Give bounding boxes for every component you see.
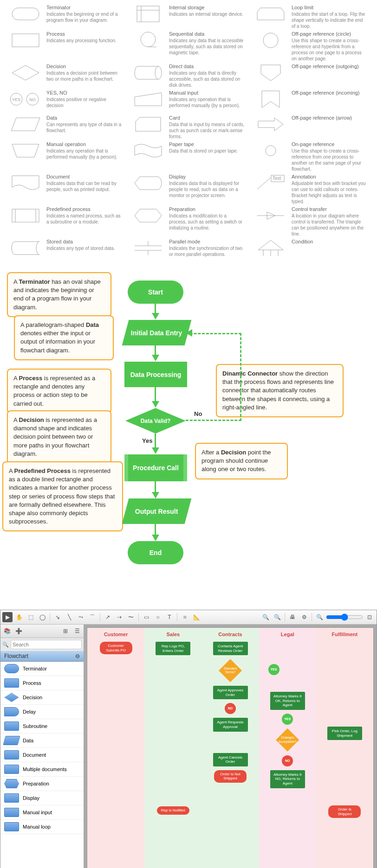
stencil-process[interactable]: Process	[0, 676, 84, 690]
svg-point-5	[141, 32, 156, 47]
arrow-tool-icon[interactable]: ↗	[103, 612, 113, 622]
node-standard-terms[interactable]: Standard Terms?	[219, 659, 242, 682]
shape-manual-operation: Manual operationIndicates any operation …	[9, 141, 123, 172]
connector-tool-icon[interactable]: ↘	[52, 612, 63, 622]
stencil-document[interactable]: Document	[0, 748, 84, 762]
node-agent-requests[interactable]: Agent Requests Approval	[213, 718, 248, 731]
callout-after-decision: After a Decision point the program shoul…	[195, 443, 288, 479]
shape-internal-storage: Internal storageIndicates an internal st…	[132, 5, 245, 29]
stencil-preparation[interactable]: Preparation	[0, 777, 84, 791]
hand-tool-icon[interactable]: ✋	[14, 612, 24, 622]
display-icon	[132, 174, 164, 192]
fit-icon[interactable]: ⊡	[364, 612, 375, 622]
stencil-terminator[interactable]: Terminator	[0, 662, 84, 676]
parallel-mode-icon	[132, 239, 164, 257]
callout-data: A parallelogram-shaped Data denotes eith…	[14, 315, 114, 360]
add-library-icon[interactable]: ➕	[13, 626, 24, 636]
node-shipped[interactable]: Order Is Shipped	[328, 805, 361, 818]
yes-no-icon: YESNO	[9, 90, 42, 108]
measure-tool-icon[interactable]: 📐	[191, 612, 202, 622]
arc-tool-icon[interactable]: ⌒	[87, 612, 98, 622]
text-tool-icon[interactable]: T	[164, 612, 175, 622]
shape-process: ProcessIndicates any processing function…	[9, 31, 123, 62]
app-window: ▶ ✋ ⬚ ◯ ↘ ╲ ⤳ ⌒ ↗ ⇢ 〜 ▭ ○ T ⌗ 📐 🔍 🔍 🖶 ⚙ …	[0, 610, 377, 868]
svg-text:YES: YES	[12, 97, 20, 102]
print-icon[interactable]: 🖶	[287, 612, 298, 622]
zoom-in-icon[interactable]: 🔍	[260, 612, 271, 622]
node-no-2[interactable]: NO	[282, 755, 293, 766]
stencil-search-input[interactable]	[11, 640, 82, 649]
node-not-shipped[interactable]: Order Is Not Shipped	[214, 770, 247, 783]
search-icon: 🔍	[2, 642, 9, 648]
shape-preparation: PreparationIndicates a modification to a…	[132, 206, 245, 237]
ellipse-tool-icon[interactable]: ○	[153, 612, 163, 622]
panel-header[interactable]: Flowchart ⊖	[0, 651, 84, 662]
node-contacts-agent[interactable]: Contacts Agent Reviews Order	[213, 642, 248, 655]
shape-sequential-data: Sequential dataIndicates any data that i…	[132, 31, 245, 62]
zoom-slider[interactable]	[326, 613, 363, 621]
svg-line-13	[257, 178, 271, 189]
stencil-manual-loop[interactable]: Manual loop	[0, 820, 84, 834]
collapse-icon[interactable]: ⊖	[75, 653, 80, 659]
stencil-delay[interactable]: Delay	[0, 705, 84, 719]
stencil-decision[interactable]: Decision	[0, 690, 84, 705]
shape-offpage-circle: Off-page reference (circle)Use this shap…	[254, 31, 368, 62]
node-changes[interactable]: Changes Acceptable?	[276, 728, 299, 752]
node-customer-submits[interactable]: Customer Submits PO	[100, 642, 132, 654]
curve-tool-icon[interactable]: ⤳	[76, 612, 86, 622]
node-agent-approves[interactable]: Agent Approves Order	[213, 686, 248, 699]
select-tool-icon[interactable]: ⬚	[26, 612, 36, 622]
list-view-icon[interactable]: ☰	[72, 626, 82, 636]
stencil-subroutine[interactable]: Subroutine	[0, 719, 84, 734]
node-attorney-ok[interactable]: Attorney Marks It OK, Returns to Agent	[270, 692, 305, 710]
canvas-area: Customer Customer Submits PO Sales Rep L…	[84, 625, 377, 868]
lane-sales: Sales Rep Logs PO, Enters Order Rep is N…	[144, 628, 202, 868]
loop-limit-icon	[254, 5, 287, 23]
smart-connector-icon[interactable]: ⇢	[114, 612, 124, 622]
settings-icon[interactable]: ⚙	[299, 612, 309, 622]
shape-direct-data: Direct dataIndicates any data that is di…	[132, 64, 245, 88]
node-no-1[interactable]: NO	[225, 703, 236, 714]
shapes-reference-grid: TerminatorIndicates the beginning or end…	[0, 0, 377, 267]
line-tool-icon[interactable]: ╲	[64, 612, 74, 622]
node-rep-notified[interactable]: Rep is Notified	[157, 806, 189, 815]
rect-tool-icon[interactable]: ▭	[141, 612, 151, 622]
drawing-canvas[interactable]: Customer Customer Submits PO Sales Rep L…	[87, 627, 374, 868]
stencil-multiple-documents[interactable]: Multiple documents	[0, 762, 84, 777]
node-attorney-ng[interactable]: Attorney Marks It NG, Returns to Agent	[270, 770, 305, 788]
data-icon	[9, 115, 42, 134]
offpage-incoming-icon	[254, 90, 287, 108]
node-yes-2[interactable]: YES	[282, 714, 293, 725]
spline-tool-icon[interactable]: 〜	[126, 612, 136, 622]
label-yes: Yes	[142, 437, 152, 444]
decision-icon	[9, 64, 42, 82]
callout-decision: A Decision is represented as a diamond s…	[7, 410, 111, 464]
annotated-flowchart: A Terminator has an oval shape and indic…	[0, 271, 377, 610]
stencil-manual-input[interactable]: Manual input	[0, 805, 84, 820]
callout-terminator: A Terminator has an oval shape and indic…	[7, 272, 111, 317]
stencil-sidebar: 📚 ➕ ⊞ ☰ 🔍 Flowchart ⊖ Terminator Process…	[0, 625, 84, 868]
shape-parallel-mode: Parallel modeIndicates the synchronizati…	[132, 239, 245, 262]
stencil-list[interactable]: Terminator Process Decision Delay Subrou…	[0, 662, 84, 868]
stencil-data[interactable]: Data	[0, 734, 84, 748]
node-rep-logs[interactable]: Rep Logs PO, Enters Order	[156, 642, 190, 655]
search-icon[interactable]: 🔍	[314, 612, 325, 622]
grid-view-icon[interactable]: ⊞	[60, 626, 71, 636]
library-icon[interactable]: 📚	[2, 626, 12, 636]
pointer-tool-icon[interactable]: ▶	[2, 612, 13, 622]
shape-data: DataCan represents any type of data in a…	[9, 115, 123, 140]
crop-tool-icon[interactable]: ⌗	[180, 612, 190, 622]
shape-onpage-reference: On-page referenceUse this shape to creat…	[254, 141, 368, 172]
node-pick-order[interactable]: Pick Order, Log Shipment	[327, 727, 362, 740]
stencil-display[interactable]: Display	[0, 791, 84, 805]
svg-rect-16	[12, 209, 39, 222]
lasso-tool-icon[interactable]: ◯	[37, 612, 47, 622]
node-yes-1[interactable]: YES	[268, 664, 280, 675]
preparation-icon	[132, 206, 164, 225]
internal-storage-icon	[132, 5, 164, 23]
offpage-circle-icon	[254, 31, 287, 50]
document-icon	[9, 174, 42, 192]
shape-offpage-outgoing: Off-page reference (outgoing)	[254, 64, 368, 88]
zoom-out-icon[interactable]: 🔍	[272, 612, 282, 622]
node-agent-cancels[interactable]: Agent Cancels Order	[213, 753, 248, 766]
